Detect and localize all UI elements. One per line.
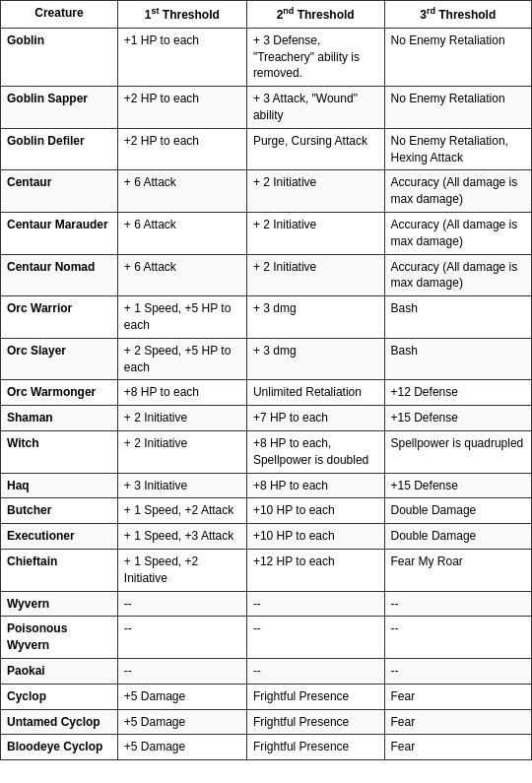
creature-name: Witch	[1, 430, 118, 473]
threshold-1: +2 HP to each	[117, 128, 246, 170]
creature-name: Orc Slayer	[1, 338, 118, 380]
threshold-2: + 2 Initiative	[246, 254, 384, 296]
creature-name: Wyvern	[1, 591, 118, 617]
creature-name: Centaur Nomad	[1, 254, 118, 296]
creature-name: Untamed Cyclop	[1, 709, 118, 735]
threshold-1: --	[117, 658, 246, 684]
threshold-3: Accuracy (All damage is max damage)	[384, 254, 531, 296]
threshold-1: +5 Damage	[117, 684, 246, 709]
threshold-3: --	[384, 591, 531, 617]
threshold-2: +12 HP to each	[246, 549, 384, 591]
threshold-3: --	[384, 658, 531, 684]
col-header-3rd: 3rd Threshold	[384, 1, 531, 29]
threshold-1: + 1 Speed, +2 Attack	[117, 498, 246, 524]
creature-name: Goblin Defiler	[1, 128, 118, 170]
threshold-1: + 2 Initiative	[117, 430, 246, 473]
threshold-3: Fear My Roar	[384, 549, 531, 591]
threshold-1: + 1 Speed, +2 Initiative	[117, 549, 246, 591]
creature-name: Poisonous Wyvern	[1, 617, 118, 659]
threshold-3: Double Damage	[384, 498, 531, 524]
threshold-2: +7 HP to each	[246, 406, 384, 431]
col-header-1st: 1st Threshold	[117, 1, 246, 29]
threshold-3: No Enemy Retaliation	[384, 87, 531, 129]
creature-name: Paokai	[1, 658, 118, 684]
threshold-1: + 2 Initiative	[117, 406, 246, 431]
creature-name: Cyclop	[1, 684, 118, 709]
threshold-3: Fear	[384, 684, 531, 709]
threshold-2: + 3 Attack, "Wound" ability	[246, 87, 384, 129]
creature-name: Orc Warrior	[1, 296, 118, 339]
creature-name: Chieftain	[1, 549, 118, 591]
threshold-3: Fear	[384, 709, 531, 735]
threshold-1: + 6 Attack	[117, 170, 246, 213]
threshold-3: +15 Defense	[384, 406, 531, 431]
threshold-3: No Enemy Retaliation	[384, 28, 531, 86]
threshold-2: Frightful Presence	[246, 684, 384, 709]
creature-name: Centaur	[1, 170, 118, 213]
creature-name: Haq	[1, 473, 118, 498]
threshold-1: + 2 Speed, +5 HP to each	[117, 338, 246, 380]
threshold-2: Purge, Cursing Attack	[246, 128, 384, 170]
creature-name: Executioner	[1, 524, 118, 550]
threshold-1: +2 HP to each	[117, 87, 246, 129]
threshold-1: + 1 Speed, +3 Attack	[117, 524, 246, 550]
creature-name: Centaur Marauder	[1, 212, 118, 254]
threshold-3: Bash	[384, 338, 531, 380]
threshold-1: --	[117, 591, 246, 617]
threshold-3: Accuracy (All damage is max damage)	[384, 212, 531, 254]
creature-thresholds-table: Creature 1st Threshold 2nd Threshold 3rd…	[0, 0, 532, 760]
threshold-3: Bash	[384, 296, 531, 339]
threshold-1: + 1 Speed, +5 HP to each	[117, 296, 246, 339]
threshold-2: Frightful Presence	[246, 709, 384, 735]
creature-name: Shaman	[1, 406, 118, 431]
threshold-3: Fear	[384, 735, 531, 760]
threshold-2: + 3 dmg	[246, 296, 384, 339]
threshold-1: + 6 Attack	[117, 254, 246, 296]
threshold-3: Double Damage	[384, 524, 531, 550]
threshold-3: --	[384, 617, 531, 659]
col-header-2nd: 2nd Threshold	[246, 1, 384, 29]
creature-name: Goblin Sapper	[1, 87, 118, 129]
threshold-2: --	[246, 658, 384, 684]
threshold-2: Frightful Presence	[246, 735, 384, 760]
threshold-3: Spellpower is quadrupled	[384, 430, 531, 473]
col-header-creature: Creature	[1, 1, 118, 29]
threshold-2: + 3 dmg	[246, 338, 384, 380]
threshold-2: + 2 Initiative	[246, 170, 384, 213]
creature-name: Bloodeye Cyclop	[1, 735, 118, 760]
creature-name: Goblin	[1, 28, 118, 86]
threshold-2: +10 HP to each	[246, 498, 384, 524]
threshold-1: +8 HP to each	[117, 380, 246, 406]
threshold-1: + 3 Initiative	[117, 473, 246, 498]
threshold-1: + 6 Attack	[117, 212, 246, 254]
threshold-2: --	[246, 591, 384, 617]
threshold-3: Accuracy (All damage is max damage)	[384, 170, 531, 213]
threshold-3: +15 Defense	[384, 473, 531, 498]
threshold-1: +5 Damage	[117, 735, 246, 760]
threshold-2: Unlimited Retaliation	[246, 380, 384, 406]
threshold-3: No Enemy Retaliation, Hexing Attack	[384, 128, 531, 170]
threshold-2: +10 HP to each	[246, 524, 384, 550]
threshold-2: +8 HP to each	[246, 473, 384, 498]
threshold-1: --	[117, 617, 246, 659]
threshold-2: +8 HP to each, Spellpower is doubled	[246, 430, 384, 473]
threshold-2: + 3 Defense, "Treachery" ability is remo…	[246, 28, 384, 86]
threshold-2: --	[246, 617, 384, 659]
creature-name: Butcher	[1, 498, 118, 524]
creature-name: Orc Warmonger	[1, 380, 118, 406]
threshold-1: +1 HP to each	[117, 28, 246, 86]
threshold-2: + 2 Initiative	[246, 212, 384, 254]
threshold-3: +12 Defense	[384, 380, 531, 406]
threshold-1: +5 Damage	[117, 709, 246, 735]
